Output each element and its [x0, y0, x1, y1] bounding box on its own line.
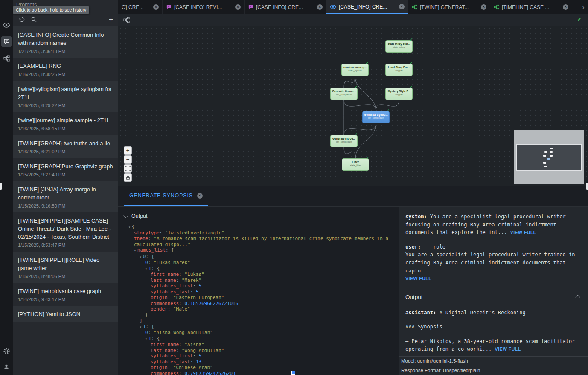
prompt-list-item[interactable]: [TWINE][GRAPH} two truths and a lie 1/16…	[13, 135, 118, 158]
prompt-title: [PYTHON] Yaml to JSON	[18, 310, 113, 318]
graph-node[interactable]: ✓ Mystery Style F... snippet	[385, 88, 413, 100]
tab-label: [CASE INFO] CRE...	[256, 4, 314, 10]
tab-close-icon[interactable]	[563, 4, 568, 10]
editor-tab[interactable]: [CASE_INFO] CRE...	[326, 0, 408, 14]
graph-node[interactable]: ✓ Generate Introd... llm_completion	[330, 135, 358, 147]
node-type: snippet	[386, 69, 412, 72]
prompt-list-item[interactable]: [TWINE][SNIPPET][SAMPLE CASE] Online Thr…	[13, 212, 118, 252]
node-title: Filter	[342, 161, 369, 164]
inspector-tab-generate-synopsis[interactable]: GENERATE SYNOPSIS	[124, 186, 208, 206]
views-eye-icon[interactable]	[0, 20, 13, 31]
tab-close-icon[interactable]	[153, 4, 159, 10]
json-line: 0: "Aisha Wong-Abdullah"	[128, 330, 395, 336]
prompt-list-item[interactable]: [CASE INFO] Create Common Info with rand…	[13, 26, 118, 58]
node-type: state_mkey	[386, 46, 412, 49]
prompt-title: [twine][journey] simple sample - 2T1L	[18, 116, 113, 124]
history-icon[interactable]	[19, 16, 25, 23]
selection-handle-right[interactable]	[586, 183, 588, 190]
prompt-date: 1/15/2025, 8:48:06 PM	[18, 274, 113, 279]
graph-node[interactable]: ✓ Filter state_filter	[342, 158, 369, 171]
json-line: last_name: "Marek"	[128, 278, 395, 284]
json-line: first_name: "Lukas"	[128, 272, 395, 278]
response-output-header[interactable]: Output	[405, 293, 581, 302]
prompt-title: [twine][syllogism] sample syllogism for …	[18, 85, 113, 101]
prompt-list-item[interactable]: [TWINE][GRAPH]Pure Graphviz graph 1/15/2…	[13, 158, 118, 181]
editor-tab[interactable]: [CASE INFO] CRE...	[245, 0, 326, 14]
prompt-date: 1/16/2025, 6:58:15 PM	[18, 126, 113, 131]
add-prompt-button[interactable]: +	[109, 16, 113, 23]
workflow-canvas[interactable]: ✓ state mkey stor... state_mkey ✓ random…	[118, 26, 588, 186]
graph-saved-check-icon[interactable]: ✓	[577, 16, 582, 23]
output-collapse-header[interactable]: Output	[118, 207, 399, 223]
collapse-icon[interactable]: ▾	[140, 325, 142, 329]
json-line: origin: "Eastern European"	[128, 295, 395, 301]
fit-view-button[interactable]	[124, 164, 132, 173]
prompt-date: 1/15/2025, 9:16:50 PM	[18, 203, 113, 208]
canvas-toolbar: ✓	[118, 14, 588, 26]
prompt-date: 1/15/2025, 8:53:47 PM	[18, 243, 113, 248]
tab-overflow-chevron-icon[interactable]: ›	[579, 0, 588, 14]
minimap-viewport	[516, 144, 582, 171]
json-line: ▾1: {	[128, 336, 395, 342]
editor-tab[interactable]: [TIMELINE] CASE ...	[490, 0, 572, 14]
node-title: random name g...	[342, 66, 368, 69]
prompts-nav-active[interactable]	[1, 36, 12, 47]
view-full-link[interactable]: VIEW FULL	[405, 276, 431, 281]
user-role-label: user:	[405, 244, 421, 250]
prompts-sidebar: Prompts + [CASE INFO] Create Common Info…	[13, 0, 118, 375]
prompt-list-item[interactable]: [TWINE][SNIPPET][ROLE] Video game writer…	[13, 252, 118, 283]
graph-mode-icon[interactable]	[123, 17, 130, 23]
collapse-icon[interactable]: ▾	[134, 249, 136, 252]
prompt-list-item[interactable]: [twine][journey] simple sample - 2T1L 1/…	[13, 112, 118, 135]
prompt-list-item[interactable]: [EXAMPLE] RNG 1/16/2025, 8:30:25 PM	[13, 58, 118, 81]
prompt-list-item[interactable]: [TWINE] [JINJA] Array merge in correct o…	[13, 181, 118, 212]
inspector-tab-close-icon[interactable]	[197, 193, 203, 199]
node-title: Generate Introd...	[331, 137, 357, 140]
json-tree[interactable]: ▾{storyType: "TwistedLoveTriangle"theme:…	[118, 223, 399, 375]
zoom-out-button[interactable]: −	[124, 155, 132, 164]
tab-label: O] CRE...	[122, 4, 151, 10]
tab-close-icon[interactable]	[235, 4, 241, 10]
graph-node[interactable]: ✓ Load Story For... snippet	[385, 64, 413, 76]
view-full-link[interactable]: VIEW FULL	[510, 230, 536, 235]
prompt-list-item[interactable]: [twine][syllogism] sample syllogism for …	[13, 81, 118, 112]
tab-close-icon[interactable]	[399, 4, 405, 9]
prompt-icon	[166, 4, 172, 10]
prompt-title: [TWINE][GRAPH} two truths and a lie	[18, 139, 113, 147]
editor-tab[interactable]: O] CRE...	[118, 0, 163, 14]
prompt-title: [CASE INFO] Create Common Info with rand…	[18, 31, 113, 47]
prompt-list-item[interactable]: [TWINE] metroidvania case graph 1/14/202…	[13, 283, 118, 306]
zoom-in-button[interactable]: +	[124, 146, 132, 155]
settings-gear-icon[interactable]	[0, 345, 13, 356]
tab-close-icon[interactable]	[317, 4, 323, 10]
workflows-nav-icon[interactable]	[0, 53, 13, 64]
graph-node[interactable]: ✓ state mkey stor... state_mkey	[385, 40, 413, 53]
collapse-icon[interactable]: ▾	[145, 267, 147, 271]
graph-node[interactable]: ✓ random name g... exec_python	[341, 64, 369, 76]
app-window: Prompts + [CASE INFO] Create Common Info…	[0, 0, 588, 375]
graph-node[interactable]: ✓ Generate Comm... llm_completion	[330, 88, 358, 100]
search-icon[interactable]	[31, 16, 37, 23]
selection-handle-bottom[interactable]	[291, 371, 295, 375]
collapse-icon[interactable]: ▾	[145, 337, 147, 341]
editor-tab[interactable]: [TWINE] GENERAT...	[408, 0, 490, 14]
view-full-link[interactable]: VIEW FULL	[495, 346, 521, 352]
node-type: state_filter	[342, 164, 369, 167]
node-type: llm_completion	[363, 117, 389, 120]
collapse-icon[interactable]: ▾	[140, 255, 142, 259]
lock-button[interactable]	[124, 173, 132, 182]
assistant-title-text: # Digital Deceit's Reckoning	[439, 310, 525, 316]
prompt-list-item[interactable]: [PYTHON] Yaml to JSON	[13, 306, 118, 322]
selection-handle-left[interactable]	[0, 183, 2, 190]
json-line: theme: "A romance scam facilitator is ki…	[128, 236, 395, 247]
collapse-icon[interactable]: ▾	[128, 225, 131, 229]
minimap-node-dot	[543, 162, 546, 164]
minimap[interactable]	[514, 130, 584, 184]
account-person-icon[interactable]	[0, 361, 13, 372]
graph-node[interactable]: ✓ Generate Synop... llm_completion	[362, 111, 390, 123]
prompt-date: 1/16/2025, 6:21:02 PM	[18, 149, 113, 154]
editor-tab[interactable]: [CASE INFO] REVI...	[163, 0, 245, 14]
prompt-date: 1/15/2025, 9:27:40 PM	[18, 172, 113, 177]
workflow-icon	[494, 4, 499, 10]
tab-close-icon[interactable]	[481, 4, 486, 10]
